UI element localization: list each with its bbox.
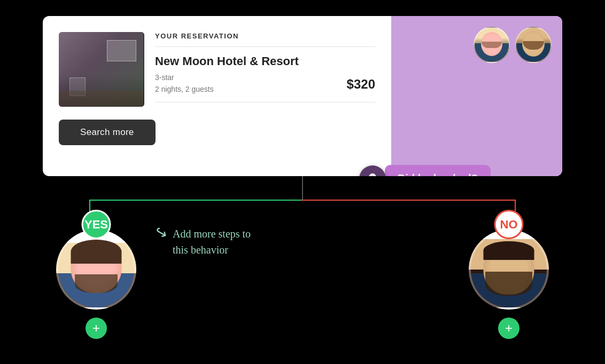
connector-area [43, 176, 562, 224]
connector-v-center [302, 176, 303, 200]
no-branch: NO + [461, 224, 557, 339]
annotation-arrow-icon: ↩ [151, 222, 170, 243]
branches-section: YES + ↩ Add more steps to t [43, 224, 562, 339]
reservation-card: YOUR RESERVATION New Moon Hotel & Resort… [43, 16, 562, 176]
connector-h-left [89, 200, 304, 201]
connector-h-right [301, 200, 516, 201]
location-pin [359, 165, 386, 177]
search-more-button[interactable]: Search more [59, 120, 156, 145]
yes-person-avatar [56, 230, 136, 310]
no-add-button[interactable]: + [498, 318, 519, 339]
yes-add-button[interactable]: + [86, 318, 107, 339]
hotel-stars: 3-star [155, 72, 214, 83]
card-right-section: Did he booked? [391, 16, 562, 176]
reservation-label: YOUR RESERVATION [155, 32, 375, 40]
annotation-text: Add more steps to this behavior [173, 226, 251, 258]
no-person-avatar [469, 230, 549, 310]
hotel-image [59, 32, 144, 107]
question-bubble-area: Did he booked? [359, 165, 491, 176]
avatar-person-2 [515, 27, 552, 63]
question-bubble: Did he booked? [385, 165, 491, 176]
avatar-person-1 [474, 27, 510, 63]
yes-branch: YES + [48, 224, 144, 339]
hotel-nights-guests: 2 nights, 2 guests [155, 83, 214, 95]
hotel-info: YOUR RESERVATION New Moon Hotel & Resort… [155, 32, 375, 109]
hotel-price: $320 [347, 77, 375, 92]
avatars-row [474, 27, 552, 63]
no-badge: NO [494, 210, 524, 239]
divider-top [155, 46, 375, 47]
annotation-area: ↩ Add more steps to this behavior [144, 224, 461, 268]
card-left-section: YOUR RESERVATION New Moon Hotel & Resort… [43, 16, 391, 176]
hotel-name: New Moon Hotel & Resort [155, 54, 375, 68]
yes-badge: YES [82, 210, 111, 239]
location-icon [366, 172, 379, 177]
divider-bottom [155, 102, 375, 102]
